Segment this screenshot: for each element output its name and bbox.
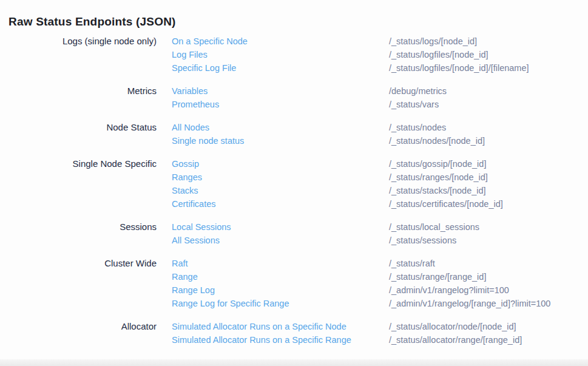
endpoint-url: /debug/metrics xyxy=(389,84,588,98)
endpoint-url: /_status/logfiles/[node_id]/[filename] xyxy=(389,61,588,75)
endpoint-link[interactable]: All Sessions xyxy=(172,234,374,247)
endpoint-url: /_status/logs/[node_id] xyxy=(389,35,588,48)
endpoint-url: /_status/vars xyxy=(389,98,588,111)
category-label: Allocator xyxy=(0,320,157,333)
endpoint-link[interactable]: Range xyxy=(172,270,374,283)
endpoint-link[interactable]: Range Log xyxy=(172,283,374,297)
endpoint-link[interactable]: Single node status xyxy=(172,134,374,147)
endpoint-link[interactable]: Stacks xyxy=(172,184,374,197)
category-label: Logs (single node only) xyxy=(0,35,157,48)
endpoint-link[interactable]: All Nodes xyxy=(172,121,374,134)
endpoint-link[interactable]: Gossip xyxy=(172,157,374,171)
endpoint-section: SessionsLocal Sessions/_status/local_ses… xyxy=(0,220,588,247)
endpoint-link[interactable]: Simulated Allocator Runs on a Specific N… xyxy=(172,320,374,333)
endpoint-url: /_status/allocator/node/[node_id] xyxy=(389,320,588,333)
endpoint-url: /_status/gossip/[node_id] xyxy=(389,157,588,171)
footer-band xyxy=(0,359,588,366)
endpoint-section: MetricsVariables/debug/metricsPrometheus… xyxy=(0,84,588,111)
category-label: Metrics xyxy=(0,84,157,98)
endpoint-link[interactable]: Simulated Allocator Runs on a Specific R… xyxy=(172,333,374,347)
endpoint-url: /_admin/v1/rangelog/[range_id]?limit=100 xyxy=(389,297,588,310)
endpoint-section: Node StatusAll Nodes/_status/nodesSingle… xyxy=(0,121,588,147)
endpoint-link[interactable]: Log Files xyxy=(172,48,374,61)
page-title: Raw Status Endpoints (JSON) xyxy=(8,15,176,29)
endpoint-link[interactable]: Local Sessions xyxy=(172,220,374,234)
endpoint-url: /_status/local_sessions xyxy=(389,220,588,234)
endpoints-table: Logs (single node only)On a Specific Nod… xyxy=(0,35,588,356)
endpoint-url: /_status/allocator/range/[range_id] xyxy=(389,333,588,347)
endpoint-url: /_status/sessions xyxy=(389,234,588,247)
category-label: Cluster Wide xyxy=(0,257,157,270)
endpoint-link[interactable]: Range Log for Specific Range xyxy=(172,297,374,310)
endpoint-url: /_status/range/[range_id] xyxy=(389,270,588,283)
endpoint-link[interactable]: Prometheus xyxy=(172,98,374,111)
endpoint-link[interactable]: On a Specific Node xyxy=(172,35,374,48)
endpoint-section: Logs (single node only)On a Specific Nod… xyxy=(0,35,588,75)
endpoint-link[interactable]: Specific Log File xyxy=(172,61,374,75)
endpoint-link[interactable]: Certificates xyxy=(172,197,374,211)
endpoint-url: /_status/ranges/[node_id] xyxy=(389,171,588,184)
endpoint-link[interactable]: Ranges xyxy=(172,171,374,184)
endpoint-url: /_admin/v1/rangelog?limit=100 xyxy=(389,283,588,297)
endpoint-url: /_status/stacks/[node_id] xyxy=(389,184,588,197)
endpoint-url: /_status/logfiles/[node_id] xyxy=(389,48,588,61)
category-label: Single Node Specific xyxy=(0,157,157,171)
endpoint-link[interactable]: Variables xyxy=(172,84,374,98)
endpoint-url: /_status/certificates/[node_id] xyxy=(389,197,588,211)
category-label: Sessions xyxy=(0,220,157,234)
endpoint-section: Cluster WideRaft/_status/raftRange/_stat… xyxy=(0,257,588,310)
endpoint-url: /_status/nodes xyxy=(389,121,588,134)
endpoint-section: Single Node SpecificGossip/_status/gossi… xyxy=(0,157,588,211)
category-label: Node Status xyxy=(0,121,157,134)
endpoint-url: /_status/raft xyxy=(389,257,588,270)
endpoint-link[interactable]: Raft xyxy=(172,257,374,270)
endpoint-section: AllocatorSimulated Allocator Runs on a S… xyxy=(0,320,588,347)
endpoint-url: /_status/nodes/[node_id] xyxy=(389,134,588,147)
